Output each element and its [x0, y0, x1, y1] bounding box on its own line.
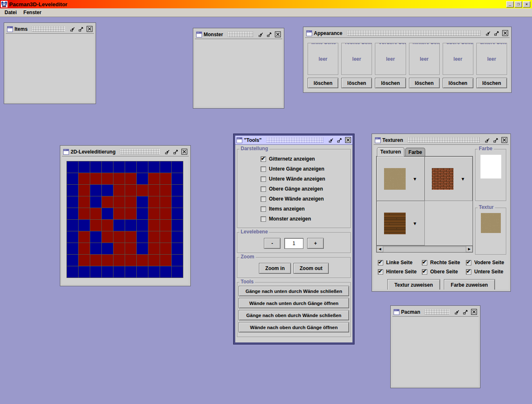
grid-cell[interactable]: [160, 208, 171, 219]
assign-color-button[interactable]: Farbe zuweisen: [444, 279, 495, 290]
zoom-in-button[interactable]: Zoom in: [259, 263, 291, 274]
grid-cell[interactable]: [102, 255, 113, 266]
frame-monster[interactable]: Monster: [193, 28, 284, 108]
texture-combo-wood[interactable]: ▼: [377, 201, 425, 245]
grid-cell[interactable]: [172, 220, 183, 231]
grid-cell[interactable]: [137, 196, 148, 208]
grid-cell[interactable]: [67, 196, 78, 208]
grid-cell[interactable]: [125, 231, 136, 243]
horizontal-scrollbar[interactable]: ◀ ▶: [377, 245, 473, 252]
menu-datei[interactable]: Datei: [2, 9, 19, 16]
grid-cell[interactable]: [67, 231, 78, 243]
grid-cell[interactable]: [102, 173, 113, 184]
menu-fenster[interactable]: Fenster: [21, 9, 43, 16]
checkbox-icon[interactable]: [261, 196, 266, 202]
grid-cell[interactable]: [67, 243, 78, 254]
grid-cell[interactable]: [67, 220, 78, 231]
grid-cell[interactable]: [137, 255, 148, 266]
grid-cell[interactable]: [137, 231, 148, 243]
display-option-checkbox[interactable]: Obere Gänge anzeigen: [261, 186, 350, 192]
tool-action-button[interactable]: Wände nach unten durch Gänge öffnen: [239, 298, 349, 308]
grid-cell[interactable]: [90, 255, 101, 266]
grid-cell[interactable]: [90, 196, 101, 208]
grid-cell[interactable]: [160, 173, 171, 184]
frame-tools-titlebar[interactable]: "Tools": [235, 136, 352, 145]
grid-cell[interactable]: [79, 255, 90, 266]
grid-cell[interactable]: [137, 208, 148, 219]
side-checkbox[interactable]: Hintere Seite: [378, 269, 422, 275]
grid-cell[interactable]: [160, 185, 171, 196]
maximize-button[interactable]: [462, 309, 469, 315]
iconify-button[interactable]: [454, 309, 461, 315]
grid-cell[interactable]: [137, 173, 148, 184]
grid-cell[interactable]: [172, 231, 183, 243]
chevron-down-icon[interactable]: ▼: [413, 221, 417, 226]
grid-cell[interactable]: [102, 243, 113, 254]
iconify-button[interactable]: [328, 137, 335, 144]
checkbox-icon[interactable]: [466, 260, 471, 265]
tab-farbe[interactable]: Farbe: [405, 148, 426, 156]
grid-cell[interactable]: [102, 266, 113, 278]
grid-cell[interactable]: [90, 161, 101, 173]
maximize-button[interactable]: [78, 26, 84, 32]
frame-pacman-titlebar[interactable]: Pacman: [392, 307, 478, 317]
grid-cell[interactable]: [102, 185, 113, 196]
grid-cell[interactable]: [67, 208, 78, 219]
grid-cell[interactable]: [113, 196, 125, 208]
scrollbar-track[interactable]: [383, 246, 466, 252]
grid-cell[interactable]: [102, 196, 113, 208]
maximize-button[interactable]: [493, 137, 499, 144]
window-close-button[interactable]: ✕: [523, 1, 530, 7]
close-button[interactable]: [181, 149, 187, 155]
grid-cell[interactable]: [137, 185, 148, 196]
grid-cell[interactable]: [113, 231, 125, 243]
checkbox-icon[interactable]: [378, 260, 383, 265]
iconify-button[interactable]: [69, 26, 76, 32]
checkbox-icon[interactable]: [261, 156, 266, 162]
close-button[interactable]: [274, 31, 281, 38]
grid-cell[interactable]: [79, 196, 90, 208]
scroll-left-icon[interactable]: ◀: [377, 246, 383, 252]
checkbox-icon[interactable]: [378, 269, 383, 275]
checkbox-icon[interactable]: [466, 269, 471, 275]
maximize-button[interactable]: [493, 30, 500, 37]
grid-cell[interactable]: [148, 266, 160, 278]
grid-cell[interactable]: [137, 220, 148, 231]
grid-cell[interactable]: [113, 266, 125, 278]
grid-cell[interactable]: [90, 243, 101, 254]
grid-cell[interactable]: [160, 243, 171, 254]
grid-cell[interactable]: [67, 173, 78, 184]
checkbox-icon[interactable]: [261, 186, 266, 192]
grid-cell[interactable]: [113, 173, 125, 184]
grid-cell[interactable]: [148, 243, 160, 254]
window-minimize-button[interactable]: _: [506, 1, 514, 7]
grid-cell[interactable]: [137, 243, 148, 254]
tool-action-button[interactable]: Wände nach oben durch Gänge öffnen: [239, 322, 349, 332]
side-checkbox[interactable]: Linke Seite: [378, 260, 422, 265]
close-button[interactable]: [502, 30, 508, 37]
display-option-checkbox[interactable]: Untere Wände anzeigen: [261, 176, 350, 182]
grid-cell[interactable]: [172, 266, 183, 278]
grid-cell[interactable]: [125, 173, 136, 184]
loeschen-button[interactable]: löschen: [409, 78, 440, 88]
grid-cell[interactable]: [148, 161, 160, 173]
zoom-out-button[interactable]: Zoom out: [293, 263, 329, 274]
frame-items-titlebar[interactable]: Items: [6, 25, 94, 34]
grid-cell[interactable]: [79, 231, 90, 243]
grid-cell[interactable]: [102, 208, 113, 219]
grid-cell[interactable]: [137, 266, 148, 278]
level-value-field[interactable]: [284, 238, 303, 249]
grid-cell[interactable]: [125, 243, 136, 254]
grid-cell[interactable]: [148, 255, 160, 266]
grid-cell[interactable]: [148, 196, 160, 208]
grid-cell[interactable]: [79, 220, 90, 231]
grid-cell[interactable]: [160, 220, 171, 231]
grid-cell[interactable]: [90, 173, 101, 184]
maximize-button[interactable]: [336, 137, 343, 144]
grid-cell[interactable]: [148, 173, 160, 184]
grid-cell[interactable]: [148, 208, 160, 219]
grid-cell[interactable]: [79, 185, 90, 196]
grid-cell[interactable]: [172, 243, 183, 254]
frame-tools[interactable]: "Tools" Darstellung Gitternetz anzeigenU…: [234, 134, 354, 344]
display-option-checkbox[interactable]: Obere Wände anzeigen: [261, 196, 350, 202]
